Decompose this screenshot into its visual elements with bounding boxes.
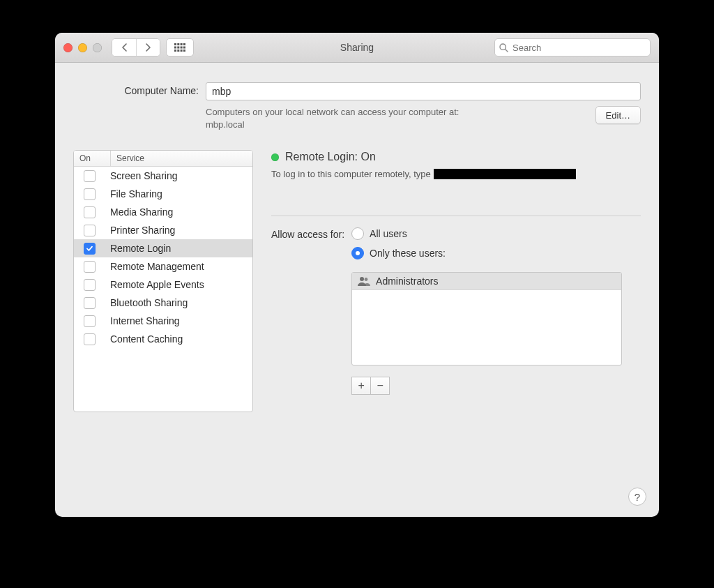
service-checkbox[interactable]	[84, 315, 96, 327]
svg-rect-7	[183, 47, 185, 49]
service-checkbox[interactable]	[84, 279, 96, 291]
radio-only-these[interactable]: Only these users:	[351, 247, 622, 259]
remove-user-button[interactable]: −	[371, 377, 390, 395]
add-user-button[interactable]: +	[351, 377, 371, 395]
grid-icon	[174, 43, 185, 52]
titlebar: Sharing	[55, 33, 659, 63]
services-list: Screen SharingFile SharingMedia SharingP…	[74, 167, 252, 412]
edit-hostname-button[interactable]: Edit…	[595, 106, 641, 124]
service-row[interactable]: Internet Sharing	[74, 312, 252, 330]
allowed-users-list[interactable]: Administrators	[351, 272, 622, 365]
service-row[interactable]: Printer Sharing	[74, 221, 252, 239]
user-group-label: Administrators	[376, 276, 438, 287]
svg-rect-10	[181, 50, 183, 52]
radio-only-label: Only these users:	[370, 248, 446, 259]
radio-button-on-icon	[351, 247, 364, 259]
service-label: Remote Login	[105, 243, 252, 254]
services-header: On Service	[74, 151, 252, 167]
window-controls	[63, 43, 102, 52]
computer-name-hint: Computers on your local network can acce…	[206, 106, 586, 130]
divider	[271, 216, 641, 216]
col-service: Service	[111, 151, 252, 166]
service-label: Media Sharing	[105, 206, 252, 218]
chevron-left-icon	[121, 43, 128, 52]
service-row[interactable]: Media Sharing	[74, 203, 252, 221]
service-label: Internet Sharing	[105, 315, 252, 326]
group-icon	[358, 276, 370, 286]
add-remove-controls: + −	[351, 377, 622, 395]
access-label: Allow access for:	[271, 227, 344, 240]
svg-rect-3	[183, 43, 185, 45]
svg-rect-0	[174, 43, 176, 45]
search-icon	[499, 43, 508, 52]
preferences-window: Sharing Computer Name: Computers on your…	[55, 33, 659, 517]
radio-all-users[interactable]: All users	[351, 227, 622, 240]
show-all-button[interactable]	[166, 38, 194, 56]
service-row[interactable]: Screen Sharing	[74, 167, 252, 185]
service-status: Remote Login: On	[285, 151, 376, 163]
service-checkbox[interactable]	[84, 261, 96, 273]
svg-rect-8	[174, 50, 176, 52]
svg-point-15	[365, 278, 368, 281]
service-checkbox[interactable]	[84, 206, 96, 218]
svg-point-14	[360, 277, 364, 281]
service-checkbox[interactable]	[84, 170, 96, 182]
window-body: Computer Name: Computers on your local n…	[55, 63, 659, 422]
chevron-right-icon	[145, 43, 151, 52]
svg-line-13	[506, 49, 508, 52]
radio-button-icon	[351, 227, 364, 240]
back-button[interactable]	[112, 39, 136, 56]
service-checkbox[interactable]	[84, 188, 96, 200]
computer-name-row: Computer Name: Computers on your local n…	[73, 82, 641, 130]
service-row[interactable]: Remote Apple Events	[74, 276, 252, 294]
service-checkbox[interactable]	[84, 333, 96, 345]
services-table: On Service Screen SharingFile SharingMed…	[73, 150, 253, 412]
service-label: Screen Sharing	[105, 170, 252, 181]
service-checkbox[interactable]	[84, 225, 96, 236]
computer-name-input[interactable]	[206, 82, 641, 100]
svg-rect-2	[181, 43, 183, 45]
zoom-window-button	[93, 43, 102, 52]
check-icon	[86, 245, 93, 252]
computer-name-label: Computer Name:	[73, 82, 206, 96]
service-label: Bluetooth Sharing	[105, 297, 252, 308]
minimize-window-button[interactable]	[78, 43, 87, 52]
service-label: Remote Management	[105, 261, 252, 272]
close-window-button[interactable]	[63, 43, 73, 52]
service-label: Content Caching	[105, 333, 252, 345]
service-checkbox[interactable]	[84, 243, 96, 255]
service-row[interactable]: Remote Management	[74, 257, 252, 276]
service-checkbox[interactable]	[84, 297, 96, 309]
svg-rect-6	[181, 47, 183, 49]
service-row[interactable]: Remote Login	[74, 239, 252, 257]
service-label: File Sharing	[105, 188, 252, 199]
svg-rect-1	[177, 43, 179, 45]
service-row[interactable]: File Sharing	[74, 185, 252, 203]
radio-all-label: All users	[370, 228, 407, 239]
forward-button[interactable]	[136, 39, 160, 56]
service-row[interactable]: Bluetooth Sharing	[74, 294, 252, 312]
redacted-address	[434, 169, 576, 179]
col-on: On	[74, 151, 111, 166]
nav-history	[112, 38, 160, 56]
service-label: Remote Apple Events	[105, 279, 252, 290]
footer-area	[55, 455, 659, 517]
status-dot-icon	[271, 153, 279, 161]
search-field[interactable]	[494, 38, 651, 56]
help-button[interactable]: ?	[628, 488, 646, 506]
login-hint: To log in to this computer remotely, typ…	[271, 169, 641, 179]
service-row[interactable]: Content Caching	[74, 330, 252, 348]
search-input[interactable]	[511, 42, 646, 54]
list-item[interactable]: Administrators	[352, 273, 621, 290]
service-label: Printer Sharing	[105, 225, 252, 236]
service-detail: Remote Login: On To log in to this compu…	[271, 150, 641, 412]
svg-rect-5	[177, 47, 179, 49]
svg-rect-4	[174, 47, 176, 49]
svg-rect-11	[183, 50, 185, 52]
svg-rect-9	[177, 50, 179, 52]
